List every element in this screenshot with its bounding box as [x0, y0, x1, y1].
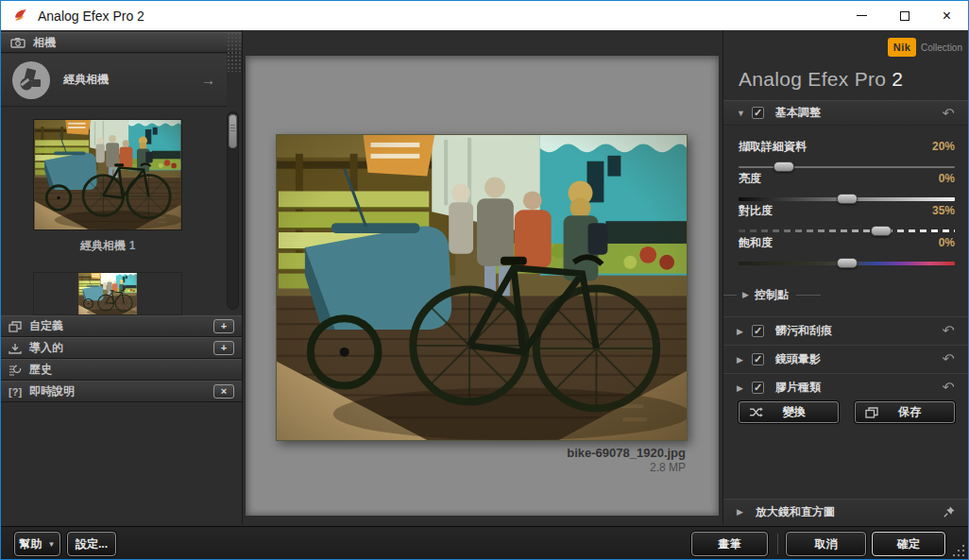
sidebar-section-history[interactable]: 歷史 — [1, 359, 242, 381]
history-section-label: 歷史 — [29, 362, 52, 378]
loupe-histogram-label: 放大鏡和直方圖 — [756, 504, 835, 520]
adjustments-panel: Nik Collection Analog Efex Pro2 ▼ ✓ 基本調整… — [722, 30, 968, 524]
classic-camera-category[interactable]: 經典相機 → — [1, 54, 227, 107]
dirt-scratches-section[interactable]: ▶ ✓ 髒污和刮痕 ↶ — [723, 316, 968, 345]
film-type-label: 膠片種類 — [775, 380, 821, 396]
camera-panel-label: 相機 — [33, 35, 56, 51]
help-button[interactable]: 幫助▼ — [14, 532, 60, 556]
vary-button-label: 變換 — [763, 404, 838, 420]
close-button[interactable]: × — [926, 1, 968, 30]
divider — [777, 534, 778, 554]
thumbnail-scrollbar-handle[interactable] — [229, 114, 237, 148]
chevron-right-icon[interactable]: ▶ — [737, 327, 748, 336]
chevron-right-icon[interactable]: ▶ — [737, 355, 748, 365]
maximize-icon — [900, 11, 910, 21]
chevron-down-icon[interactable]: ▼ — [737, 109, 748, 118]
nik-logo: Nik — [888, 38, 916, 57]
ok-button[interactable]: 確定 — [872, 532, 945, 556]
maximize-button[interactable] — [883, 1, 926, 30]
basic-adjustments-label: 基本調整 — [775, 105, 821, 121]
close-icon: × — [943, 8, 951, 24]
shuffle-icon — [749, 407, 763, 417]
saturation-value: 0% — [939, 236, 955, 249]
detail-extraction-track[interactable] — [739, 166, 955, 168]
sidebar-section-custom[interactable]: 自定義 + — [1, 315, 242, 337]
sidebar-section-instant-help[interactable]: [?] 即時說明 × — [1, 381, 242, 402]
undo-icon[interactable]: ↶ — [943, 352, 955, 365]
chevron-right-icon: → — [201, 72, 215, 88]
classic-camera-icon — [12, 61, 50, 99]
chevron-down-icon: ▼ — [48, 540, 56, 549]
undo-icon[interactable]: ↶ — [943, 324, 955, 337]
thumbnail-scrollbar[interactable] — [227, 111, 239, 310]
slider-detail-extraction: 擷取詳細資料 20% — [739, 139, 955, 169]
contrast-value: 35% — [932, 204, 955, 217]
import-icon — [8, 343, 22, 354]
panel-grip-texture — [227, 32, 242, 72]
loupe-histogram-section[interactable]: ▶ 放大鏡和直方圖 — [723, 499, 968, 524]
save-preset-button[interactable]: 保存 — [855, 401, 955, 423]
photo-filename: bike-69078_1920.jpg — [567, 446, 686, 460]
instant-help-close-button[interactable]: × — [213, 384, 234, 399]
nik-brand: Nik Collection — [888, 38, 962, 57]
lens-vignette-label: 鏡頭暈影 — [775, 351, 821, 367]
divider — [796, 295, 821, 296]
vary-button[interactable]: 變換 — [739, 401, 839, 423]
dirt-scratches-checkbox[interactable]: ✓ — [752, 325, 764, 337]
minimize-button[interactable] — [841, 1, 883, 30]
imported-section-label: 導入的 — [29, 340, 63, 356]
contrast-track[interactable] — [739, 229, 955, 232]
chevron-right-icon[interactable]: ▶ — [737, 383, 748, 393]
sidebar-section-imported[interactable]: 導入的 + — [1, 337, 242, 359]
classic-camera-label: 經典相機 — [63, 72, 109, 88]
minimize-icon — [857, 15, 867, 16]
basic-adjustments-header[interactable]: ▼ ✓ 基本調整 ↶ — [723, 100, 968, 126]
settings-button[interactable]: 設定... — [67, 532, 116, 556]
photo-caption: bike-69078_1920.jpg 2.8 MP — [567, 446, 686, 474]
film-type-section[interactable]: ▶ ✓ 膠片種類 ↶ — [723, 373, 968, 401]
copy-icon — [865, 407, 878, 418]
chevron-right-icon[interactable]: ▶ — [737, 507, 748, 517]
detail-extraction-label: 擷取詳細資料 — [739, 139, 807, 155]
slider-brightness: 亮度 0% — [739, 171, 955, 201]
plugin-title: Analog Efex Pro2 — [739, 68, 903, 91]
film-type-checkbox[interactable]: ✓ — [752, 382, 764, 394]
undo-icon[interactable]: ↶ — [943, 106, 955, 119]
camera-icon — [10, 37, 26, 48]
camera-panel-header[interactable]: 相機 — [1, 32, 242, 53]
instant-help-label: 即時說明 — [29, 383, 75, 399]
undo-icon[interactable]: ↶ — [943, 381, 955, 394]
chevron-right-icon[interactable]: ▶ — [742, 290, 749, 299]
control-points-label: 控制點 — [755, 287, 789, 303]
nik-collection-label: Collection — [921, 42, 962, 53]
help-badge-icon: [?] — [8, 386, 22, 398]
imported-add-button[interactable]: + — [213, 341, 234, 355]
save-button-label: 保存 — [878, 404, 954, 420]
basic-adjustments-checkbox[interactable]: ✓ — [752, 107, 764, 119]
dirt-scratches-label: 髒污和刮痕 — [775, 323, 832, 339]
custom-add-button[interactable]: + — [213, 319, 234, 333]
divider — [723, 295, 737, 296]
preset-1-caption: 經典相機1 — [33, 238, 182, 254]
lens-vignette-section[interactable]: ▶ ✓ 鏡頭暈影 ↶ — [723, 345, 968, 373]
app-window: Analog Efex Pro 2 × 相機 — [0, 0, 969, 560]
contrast-label: 對比度 — [739, 203, 773, 219]
window-title: Analog Efex Pro 2 — [38, 8, 144, 24]
cancel-button[interactable]: 取消 — [786, 532, 866, 556]
preset-thumbnail-2[interactable] — [33, 272, 182, 315]
brush-button[interactable]: 畫筆 — [691, 532, 768, 556]
saturation-label: 飽和度 — [739, 235, 773, 251]
control-points-row[interactable]: ▶ 控制點 — [723, 285, 968, 304]
pin-icon[interactable] — [944, 506, 955, 518]
lens-vignette-checkbox[interactable]: ✓ — [752, 353, 764, 365]
resize-grip[interactable] — [949, 541, 964, 556]
preview-photo[interactable] — [276, 134, 688, 441]
saturation-handle[interactable] — [837, 258, 858, 268]
camera-sidebar: 相機 經典相機 → 經典相機1 — [1, 30, 243, 524]
preset-thumbnail-list: 經典相機1 — [1, 108, 242, 315]
slider-contrast: 對比度 35% — [739, 203, 955, 233]
bottom-bar: 幫助▼ 設定... 畫筆 取消 確定 — [1, 526, 968, 560]
custom-section-label: 自定義 — [29, 318, 63, 334]
preset-thumbnail-1[interactable]: 經典相機1 — [33, 119, 182, 254]
custom-icon — [8, 321, 22, 332]
